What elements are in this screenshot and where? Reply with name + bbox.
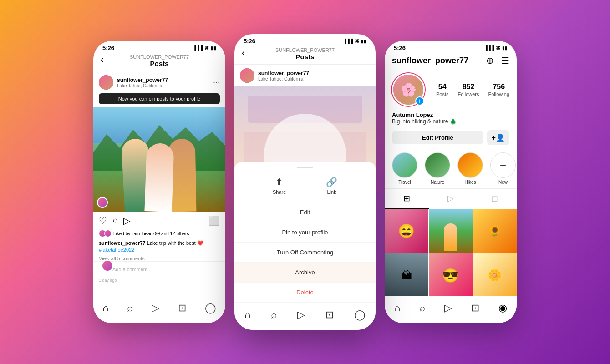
- signal-icon: ▐▐▐: [193, 46, 203, 51]
- grid-cell-4[interactable]: 🏔: [385, 253, 428, 297]
- bookmark-icon-1[interactable]: ⬜: [208, 215, 220, 226]
- highlight-hikes[interactable]: Hikes: [458, 152, 483, 185]
- photo-grid: 😄 🌻 🏔 😎 🌼: [385, 209, 517, 297]
- share-item-share[interactable]: ⬆ Share: [273, 177, 286, 195]
- action-archive[interactable]: Archive: [234, 263, 376, 283]
- action-commenting[interactable]: Turn Off Commenting: [234, 243, 376, 263]
- share-upload-icon: ⬆: [275, 177, 283, 187]
- grid-cell-5[interactable]: 😎: [429, 253, 472, 297]
- grid-cell-3[interactable]: 🌻: [473, 209, 517, 253]
- bottom-nav-1: ⌂ ⌕ ▷ ⊡ ◯: [93, 296, 225, 323]
- wifi-icon-2: ⌘: [355, 39, 359, 44]
- search-nav-3[interactable]: ⌕: [419, 302, 425, 314]
- shop-nav-2[interactable]: ⊡: [325, 309, 334, 321]
- add-story-button[interactable]: +: [415, 96, 424, 106]
- battery-icon-2: ▮▮: [361, 39, 366, 44]
- menu-icon[interactable]: ☰: [501, 55, 509, 66]
- post-username-2[interactable]: sunflower_power77: [258, 70, 360, 76]
- signal-icon-3: ▐▐▐: [484, 46, 494, 51]
- share-item-link[interactable]: 🔗 Link: [326, 177, 337, 195]
- stat-followers[interactable]: 852 Followers: [458, 83, 479, 97]
- profile-nav-2[interactable]: ◯: [354, 309, 366, 321]
- likes-text-1: Liked by liam_beanz99 and 12 others: [113, 231, 189, 236]
- home-nav-1[interactable]: ⌂: [102, 302, 108, 314]
- more-options-1[interactable]: ···: [213, 78, 220, 87]
- tab-tagged[interactable]: ◻: [473, 189, 517, 209]
- highlight-travel[interactable]: Travel: [392, 152, 417, 185]
- status-icons-1: ▐▐▐ ⌘ ▮▮: [193, 46, 216, 51]
- link-label: Link: [327, 189, 336, 195]
- search-nav-2[interactable]: ⌕: [271, 309, 277, 321]
- action-delete[interactable]: Delete: [234, 283, 376, 303]
- shop-nav-3[interactable]: ⊡: [471, 302, 479, 314]
- share-icon-1[interactable]: ▷: [123, 215, 130, 226]
- profile-nav-3[interactable]: ◉: [498, 302, 507, 314]
- like-icon-1[interactable]: ♡: [99, 215, 107, 226]
- posts-header-1: ‹ SUNFLOWER_POWER77 Posts: [93, 53, 225, 71]
- profile-bio-3: Autumn Lopez Big into hiking & nature 🌲: [385, 110, 517, 128]
- profile-section-3: 🌸 + 54 Posts 852 Followers 756 Following: [385, 70, 517, 110]
- comment-input-1[interactable]: Add a comment...: [112, 267, 220, 272]
- post-actions-1: ♡ ○ ▷ ⬜: [93, 212, 225, 230]
- highlight-circle-new: +: [490, 152, 516, 178]
- add-highlight-icon: +: [500, 159, 506, 172]
- caption-username-1[interactable]: sunflower_power77: [99, 240, 146, 246]
- post-avatar-1[interactable]: [99, 75, 113, 90]
- stat-posts[interactable]: 54 Posts: [436, 83, 449, 97]
- header-username-1: SUNFLOWER_POWER77: [101, 54, 218, 60]
- grid-cell-1[interactable]: 😄: [385, 209, 428, 253]
- action-edit[interactable]: Edit: [234, 202, 376, 222]
- comment-icon-1[interactable]: ○: [112, 215, 118, 226]
- highlight-new[interactable]: + New: [490, 152, 516, 185]
- post-location-2: Lake Tahoe, California: [258, 76, 360, 81]
- post-user-row-2: sunflower_power77 Lake Tahoe, California…: [234, 65, 376, 86]
- reels-nav-3[interactable]: ▷: [444, 302, 452, 314]
- reels-nav-2[interactable]: ▷: [297, 309, 305, 321]
- bottom-nav-3: ⌂ ⌕ ▷ ⊡ ◉: [385, 296, 517, 323]
- time-2: 5:26: [244, 38, 255, 45]
- reels-nav-1[interactable]: ▷: [152, 302, 159, 314]
- post-username-1[interactable]: sunflower_power77: [117, 77, 209, 83]
- home-nav-2[interactable]: ⌂: [244, 309, 250, 321]
- action-pin[interactable]: Pin to your profile: [234, 222, 376, 243]
- phone-1: 5:26 ▐▐▐ ⌘ ▮▮ ‹ SUNFLOWER_POWER77 Posts …: [93, 41, 225, 323]
- tab-reels[interactable]: ▷: [429, 189, 473, 209]
- photo-people-1: [93, 121, 225, 212]
- grid-cell-2[interactable]: [429, 209, 472, 253]
- highlight-label-new: New: [498, 180, 508, 185]
- caption-hashtag-1[interactable]: #laketahoe2022: [99, 247, 134, 253]
- home-nav-3[interactable]: ⌂: [394, 302, 400, 314]
- post-avatar-2[interactable]: [240, 68, 254, 83]
- add-comment-row-1: Add a comment...: [93, 261, 225, 277]
- search-nav-1[interactable]: ⌕: [127, 302, 133, 314]
- profile-avatar-3[interactable]: 🌸 +: [392, 73, 425, 106]
- stat-following[interactable]: 756 Following: [488, 83, 509, 97]
- profile-header-3: sunflower_power77 ⊕ ☰: [385, 53, 517, 70]
- following-label: Following: [488, 91, 509, 97]
- highlight-nature[interactable]: Nature: [425, 152, 450, 185]
- back-button-2[interactable]: ‹: [242, 47, 245, 58]
- highlight-circle-travel: [392, 152, 417, 178]
- header-username-2: SUNFLOWER_POWER77: [242, 47, 368, 53]
- highlight-label-nature: Nature: [431, 180, 444, 185]
- pin-tooltip-1: Now you can pin posts to your profile: [99, 93, 220, 104]
- more-options-2[interactable]: ···: [363, 71, 370, 81]
- shop-nav-1[interactable]: ⊡: [178, 302, 186, 314]
- wifi-icon: ⌘: [204, 46, 209, 51]
- profile-nav-1[interactable]: ◯: [205, 302, 216, 314]
- status-icons-3: ▐▐▐ ⌘ ▮▮: [484, 46, 508, 51]
- liked-avatar-2: [104, 230, 112, 237]
- followers-label: Followers: [458, 91, 479, 97]
- tab-grid[interactable]: ⊞: [385, 189, 429, 209]
- grid-cell-6[interactable]: 🌼: [473, 253, 517, 297]
- bio-text: Big into hiking & nature 🌲: [392, 118, 509, 125]
- add-content-icon[interactable]: ⊕: [486, 55, 494, 66]
- view-comments-1[interactable]: View all 5 comments: [93, 256, 225, 261]
- post-user-row-1: sunflower_power77 Lake Tahoe, California…: [93, 71, 225, 93]
- back-button-1[interactable]: ‹: [101, 54, 104, 65]
- bio-name: Autumn Lopez: [392, 111, 509, 118]
- caption-text-1: Lake trip with the best ❤️: [147, 240, 203, 246]
- follow-suggest-button[interactable]: +👤: [487, 130, 509, 145]
- edit-profile-button[interactable]: Edit Profile: [392, 131, 483, 144]
- post-user-info-1: sunflower_power77 Lake Tahoe, California: [117, 77, 209, 88]
